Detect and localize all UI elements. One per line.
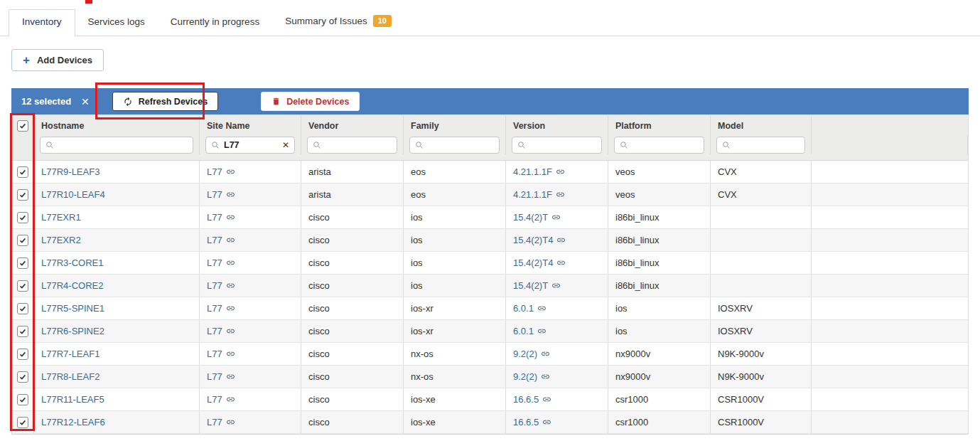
version-link[interactable]: 15.4(2)T4 [513, 235, 566, 245]
site-name-filter-input[interactable] [224, 140, 278, 150]
hostname-link[interactable]: L77R7-LEAF1 [41, 349, 99, 359]
row-checkbox[interactable] [17, 280, 28, 292]
row-checkbox[interactable] [17, 349, 28, 360]
model-filter-input[interactable] [735, 140, 799, 150]
clear-filter-icon[interactable]: ✕ [282, 140, 289, 150]
row-checkbox[interactable] [17, 371, 28, 383]
site-link[interactable]: L77 [207, 257, 235, 268]
hostname-cell: L77R10-LEAF4 [34, 184, 200, 206]
site-link[interactable]: L77 [207, 235, 235, 245]
version-link[interactable]: 9.2(2) [513, 371, 550, 382]
tab-label: Inventory [22, 16, 62, 27]
hostname-link[interactable]: L77R11-LEAF5 [41, 394, 104, 405]
column-header-site-name[interactable]: Site Name [200, 116, 301, 136]
checkbox-cell [12, 229, 34, 251]
version-link[interactable]: 6.0.1 [513, 303, 546, 314]
site-link[interactable]: L77 [207, 189, 235, 200]
tab-inventory[interactable]: Inventory [9, 9, 75, 36]
version-link[interactable]: 15.4(2)T4 [513, 257, 566, 268]
version-link[interactable]: 15.4(2)T [513, 280, 561, 291]
version-link[interactable]: 16.6.5 [513, 394, 551, 405]
site-link[interactable]: L77 [207, 166, 235, 177]
version-link[interactable]: 4.21.1.1F [513, 166, 565, 177]
filter-spacer-cell [12, 136, 34, 154]
row-checkbox[interactable] [17, 166, 28, 178]
select-all-checkbox[interactable] [17, 120, 28, 132]
hostname-link[interactable]: L77R10-LEAF4 [41, 189, 105, 200]
tab-currently-in-progress[interactable]: Currently in progress [158, 10, 272, 36]
link-icon [556, 190, 565, 199]
family-cell: ios [404, 252, 506, 274]
site-link[interactable]: L77 [207, 417, 235, 427]
refresh-devices-button[interactable]: Refresh Devices [112, 92, 218, 111]
version-label: 15.4(2)T4 [513, 235, 553, 245]
row-checkbox[interactable] [17, 189, 28, 201]
row-checkbox[interactable] [17, 417, 28, 428]
vendor-cell: arista [301, 184, 404, 206]
check-icon [18, 304, 27, 313]
version-filter-input[interactable] [530, 140, 596, 150]
link-icon [226, 258, 235, 267]
row-checkbox[interactable] [17, 303, 28, 314]
site-link[interactable]: L77 [207, 349, 235, 359]
row-checkbox[interactable] [17, 235, 28, 246]
column-header-version[interactable]: Version [506, 116, 608, 136]
row-checkbox[interactable] [17, 257, 28, 269]
checkbox-cell [12, 275, 34, 297]
version-link[interactable]: 4.21.1.1F [513, 189, 565, 200]
tab-summary-of-issues[interactable]: Summary of Issues 10 [272, 9, 404, 36]
table-header: Hostname Site Name Vendor Family Version… [12, 115, 968, 161]
hostname-link[interactable]: L77R12-LEAF6 [41, 417, 105, 427]
column-header-hostname[interactable]: Hostname [34, 116, 200, 136]
hostname-link[interactable]: L77EXR2 [41, 235, 81, 245]
platform-cell: csr1000 [608, 388, 711, 410]
clear-selection-icon[interactable]: ✕ [81, 96, 90, 107]
row-checkbox[interactable] [17, 326, 28, 337]
version-link[interactable]: 9.2(2) [513, 349, 550, 359]
site-link[interactable]: L77 [207, 371, 235, 382]
site-link[interactable]: L77 [207, 326, 235, 336]
row-checkbox[interactable] [17, 394, 28, 405]
site-link[interactable]: L77 [207, 280, 235, 291]
link-icon [542, 395, 551, 404]
row-checkbox[interactable] [17, 212, 28, 223]
checkbox-cell [12, 411, 34, 433]
hostname-link[interactable]: L77R9-LEAF3 [41, 166, 99, 177]
table-row: L77EXR1 L77 cisco ios 15.4(2)T i86bi_lin… [12, 206, 968, 229]
version-link[interactable]: 15.4(2)T [513, 212, 561, 223]
add-devices-button[interactable]: + Add Devices [11, 49, 104, 71]
hostname-link[interactable]: L77R5-SPINE1 [41, 303, 104, 314]
vendor-filter-cell [301, 136, 404, 154]
hostname-link[interactable]: L77R8-LEAF2 [41, 371, 99, 382]
hostname-link[interactable]: L77R6-SPINE2 [41, 326, 104, 336]
column-header-platform[interactable]: Platform [608, 116, 711, 136]
hostname-link[interactable]: L77R4-CORE2 [41, 280, 103, 291]
family-cell: ios-xe [404, 388, 506, 410]
platform-cell: i86bi_linux [608, 252, 711, 274]
site-link[interactable]: L77 [207, 303, 235, 314]
family-filter-input[interactable] [428, 140, 494, 150]
model-cell [711, 206, 812, 228]
column-header-family[interactable]: Family [404, 116, 506, 136]
platform-filter-input[interactable] [632, 140, 699, 150]
hostname-link[interactable]: L77EXR1 [41, 212, 81, 223]
column-header-vendor[interactable]: Vendor [301, 116, 404, 136]
hostname-link[interactable]: L77R3-CORE1 [41, 257, 103, 268]
version-link[interactable]: 16.6.5 [513, 417, 551, 427]
tab-services-logs[interactable]: Services logs [75, 10, 158, 36]
vendor-filter-input[interactable] [325, 140, 392, 150]
link-icon [551, 213, 561, 222]
site-link[interactable]: L77 [207, 212, 235, 223]
spacer-cell [812, 388, 968, 410]
link-icon [542, 418, 551, 427]
site-name-cell: L77 [200, 320, 301, 342]
hostname-cell: L77R3-CORE1 [34, 252, 200, 274]
version-link[interactable]: 6.0.1 [513, 326, 546, 336]
hostname-filter-input[interactable] [58, 140, 188, 150]
model-cell: N9K-9000v [711, 343, 812, 365]
spacer-cell [812, 320, 968, 342]
column-header-model[interactable]: Model [711, 116, 812, 136]
delete-devices-button[interactable]: Delete Devices [261, 92, 360, 111]
site-link[interactable]: L77 [207, 394, 235, 405]
model-cell: IOSXRV [711, 297, 812, 319]
